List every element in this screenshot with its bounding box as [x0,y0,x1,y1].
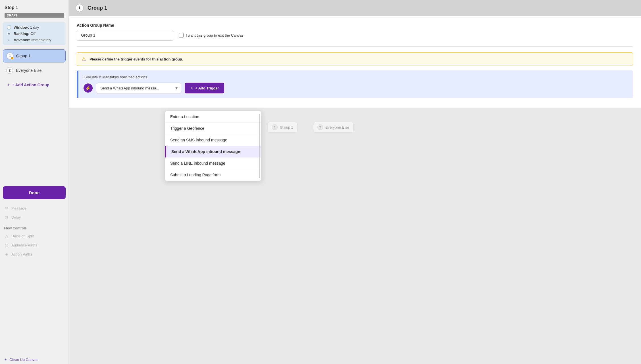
audience-paths-icon: ◎ [4,243,9,247]
main-header: 1 Group 1 [69,0,641,16]
dropdown-item-geofence[interactable]: Trigger a Geofence [165,123,261,134]
delay-flow-item[interactable]: ◔ Delay [0,213,68,222]
audience-paths-item[interactable]: ◎ Audience Paths [3,240,66,250]
canvas-node-everyone-else: 2 Everyone Else [313,122,353,133]
dropdown-scrollbar[interactable] [259,114,260,178]
plus-icon: ＋ [6,82,10,87]
clean-canvas-link[interactable]: ✦ Clean Up Canvas [0,355,68,364]
dropdown-item-whatsapp[interactable]: Send a WhatsApp inbound message [165,146,261,158]
evaluate-title: Evaluate if user takes specified actions [84,75,628,79]
header-group-num: 1 [76,4,84,12]
group-num-2: 2 [6,67,13,74]
group-list: 1 Group 1 2 Everyone Else [3,49,66,77]
lightning-icon: ⚡ [84,83,93,93]
warning-icon: ⚠ [82,56,86,62]
decision-split-item[interactable]: △ Decision Split [3,231,66,240]
clock-icon: 🕐 [6,25,11,30]
message-icon: ✉ [4,206,9,210]
flow-controls-section: Flow Controls △ Decision Split ◎ Audienc… [3,225,66,259]
exit-canvas-checkbox-label[interactable]: I want this group to exit the Canvas [179,33,244,37]
advance-icon: ↓ [6,37,11,42]
exit-canvas-checkbox[interactable] [179,33,184,37]
audience-paths-label: Audience Paths [11,243,37,247]
flow-controls-title: Flow Controls [3,225,66,231]
canvas-area: 1 Group 1 2 Everyone Else [69,108,641,364]
trigger-dropdown: Enter a Location Trigger a Geofence Send… [165,111,261,181]
delay-icon: ◔ [4,215,9,219]
evaluate-section: Evaluate if user takes specified actions… [77,70,633,98]
form-row: I want this group to exit the Canvas [77,30,633,41]
plus-icon-trigger: ＋ [190,85,193,91]
group-label-2: Everyone Else [16,68,41,73]
sidebar-meta: 🕐 Window: 1 day ≡ Ranking: Off ↓ Advance… [3,22,66,45]
group-item-1[interactable]: 1 Group 1 [3,49,66,62]
warning-text: Please define the trigger events for thi… [90,57,183,61]
trigger-row: ⚡ Send a WhatsApp inbound messa... ▼ ＋ +… [84,83,628,93]
add-action-group-button[interactable]: ＋ + Add Action Group [3,80,66,90]
form-divider [77,46,633,47]
clean-canvas-label: Clean Up Canvas [9,357,38,362]
group-num-1: 1 [7,53,13,59]
action-paths-icon: ◈ [4,252,9,256]
group-name-input[interactable] [77,30,173,41]
message-flow-item[interactable]: ✉ Message [0,204,68,213]
decision-split-label: Decision Split [11,234,34,238]
decision-split-icon: △ [4,234,9,238]
action-paths-item[interactable]: ◈ Action Paths [3,250,66,259]
trigger-select-wrapper: Send a WhatsApp inbound messa... ▼ [96,83,181,93]
done-button[interactable]: Done [3,186,66,199]
add-trigger-button[interactable]: ＋ + Add Trigger [185,83,224,93]
trigger-select[interactable]: Send a WhatsApp inbound messa... [96,83,181,93]
ranking-icon: ≡ [6,31,11,36]
dropdown-item-enter-location[interactable]: Enter a Location [165,111,261,123]
header-group-title: Group 1 [88,5,107,11]
dropdown-item-sms[interactable]: Send an SMS inbound message [165,134,261,146]
ranking-meta: ≡ Ranking: Off [6,31,62,36]
action-paths-label: Action Paths [11,252,32,256]
message-label: Message [11,206,26,210]
error-dot [11,57,14,60]
clean-canvas-icon: ✦ [4,357,7,362]
action-group-name-label: Action Group Name [77,23,633,28]
step-label: Step 1 [0,0,68,13]
advance-meta: ↓ Advance: Immediately [6,37,62,42]
group-item-2[interactable]: 2 Everyone Else [3,64,66,77]
delay-label: Delay [11,215,21,219]
draft-badge: DRAFT [5,13,64,18]
form-area: Action Group Name I want this group to e… [69,16,641,108]
main-content: 1 Group 1 Action Group Name I want this … [69,0,641,364]
group-label-1: Group 1 [16,54,31,58]
dropdown-item-landing-page[interactable]: Submit a Landing Page form [165,169,261,181]
warning-box: ⚠ Please define the trigger events for t… [77,52,633,66]
canvas-node-group1: 1 Group 1 [268,122,297,133]
sidebar: Step 1 DRAFT 🕐 Window: 1 day ≡ Ranking: … [0,0,69,364]
window-meta: 🕐 Window: 1 day [6,25,62,30]
dropdown-item-line[interactable]: Send a LINE inbound message [165,158,261,169]
exit-canvas-label: I want this group to exit the Canvas [186,33,244,37]
add-trigger-label: + Add Trigger [195,86,219,90]
